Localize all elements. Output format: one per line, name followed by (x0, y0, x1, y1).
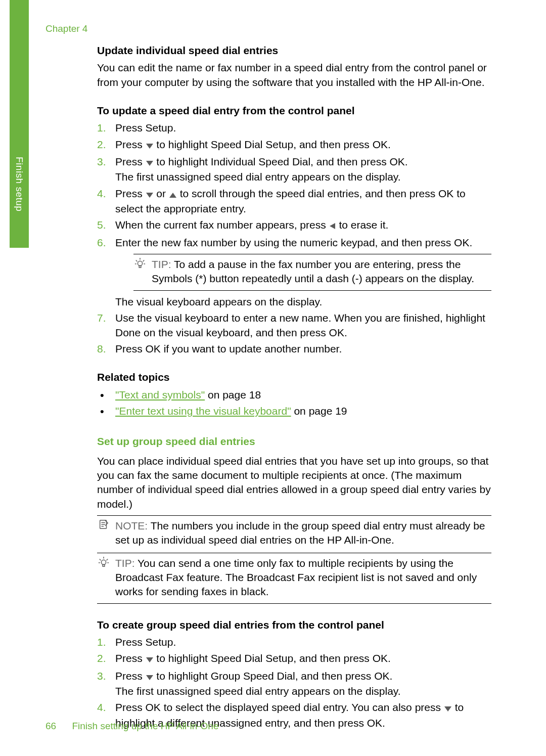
svg-marker-3 (169, 193, 176, 198)
section-heading: Update individual speed dial entries (97, 43, 491, 58)
step-text: Press (115, 652, 146, 664)
step-text: Press OK if you want to update another n… (115, 343, 342, 354)
section-intro: You can edit the name or fax number in a… (97, 61, 491, 90)
svg-point-5 (138, 261, 142, 265)
step-text: to erase it. (336, 219, 389, 231)
down-arrow-icon (146, 156, 154, 170)
step-text: Press (115, 156, 146, 167)
svg-marker-24 (146, 675, 153, 680)
step-text: Press OK to select the displayed speed d… (115, 701, 444, 713)
down-arrow-icon (146, 670, 154, 684)
section-update-entries: Update individual speed dial entries You… (97, 43, 491, 90)
step-5: When the current fax number appears, pre… (97, 218, 491, 233)
tip-body: You can send a one time only fax to mult… (115, 557, 477, 598)
step-2: Press to highlight Speed Dial Setup, and… (97, 651, 491, 666)
down-arrow-icon (444, 701, 452, 716)
note-body: The numbers you include in the group spe… (115, 520, 485, 546)
note-callout: NOTE: The numbers you include in the gro… (97, 515, 491, 549)
section-intro: You can place individual speed dial entr… (97, 454, 491, 511)
related-item: "Text and symbols" on page 18 (97, 388, 491, 402)
chapter-label: Chapter 4 (46, 22, 87, 35)
svg-marker-1 (146, 161, 153, 166)
tip-callout: TIP: You can send a one time only fax to… (97, 553, 491, 604)
related-links: "Text and symbols" on page 18 "Enter tex… (97, 388, 491, 419)
step-text: to highlight Individual Speed Dial, and … (154, 156, 408, 167)
step-text: When the current fax number appears, pre… (115, 219, 329, 231)
procedure-heading: To update a speed dial entry from the co… (97, 104, 491, 118)
tip-body: To add a pause in the fax number you are… (152, 258, 474, 284)
step-text: Press (115, 139, 146, 150)
svg-line-18 (100, 559, 101, 560)
procedure-heading: To create group speed dial entries from … (97, 618, 491, 632)
sidebar-tab-label: Finish setup (13, 157, 26, 211)
note-label: NOTE: (115, 520, 148, 531)
step-text: to highlight Speed Dial Setup, and then … (154, 652, 391, 664)
related-item: "Enter text using the visual keyboard" o… (97, 404, 491, 418)
step-text: Use the visual keyboard to enter a new n… (115, 312, 485, 338)
svg-line-7 (136, 260, 138, 262)
page-footer: 66 Finish setting up the HP All-in-One (46, 720, 219, 733)
tip-icon (98, 556, 110, 568)
page-content: Update individual speed dial entries You… (97, 43, 491, 732)
footer-text: Finish setting up the HP All-in-One (72, 721, 218, 731)
svg-line-19 (107, 559, 108, 560)
step-text: or (154, 188, 169, 199)
svg-marker-4 (330, 223, 335, 229)
tip-callout: TIP: To add a pause in the fax number yo… (133, 254, 491, 291)
step-text: to highlight Speed Dial Setup, and then … (154, 139, 391, 150)
step-6: Enter the new fax number by using the nu… (97, 236, 491, 309)
step-text: to highlight Group Speed Dial, and then … (154, 670, 393, 682)
step-3: Press to highlight Individual Speed Dial… (97, 155, 491, 185)
up-arrow-icon (169, 188, 177, 202)
note-icon (98, 519, 110, 531)
step-2: Press to highlight Speed Dial Setup, and… (97, 138, 491, 153)
step-subtext: The first unassigned speed dial entry ap… (115, 684, 491, 698)
tip-icon (134, 257, 147, 270)
svg-line-8 (143, 260, 145, 262)
section-heading-group: Set up group speed dial entries (97, 434, 491, 449)
step-4: Press or to scroll through the speed dia… (97, 187, 491, 216)
step-7: Use the visual keyboard to enter a new n… (97, 311, 491, 340)
svg-point-16 (101, 560, 106, 564)
procedure-steps: Press Setup. Press to highlight Speed Di… (97, 635, 491, 730)
svg-marker-0 (146, 144, 153, 149)
step-subtext: The first unassigned speed dial entry ap… (115, 170, 491, 184)
down-arrow-icon (146, 188, 154, 202)
svg-rect-11 (139, 266, 141, 268)
page-number: 66 (46, 721, 56, 731)
step-text: Press Setup. (115, 122, 176, 134)
step-1: Press Setup. (97, 121, 491, 135)
sidebar-tab: Finish setup (10, 0, 29, 248)
link-text-symbols[interactable]: "Text and symbols" (115, 389, 205, 401)
down-arrow-icon (146, 652, 154, 666)
svg-rect-22 (103, 564, 105, 566)
step-text: Press (115, 670, 146, 682)
svg-marker-25 (444, 706, 451, 711)
procedure-steps: Press Setup. Press to highlight Speed Di… (97, 121, 491, 356)
step-1: Press Setup. (97, 635, 491, 649)
step-3: Press to highlight Group Speed Dial, and… (97, 669, 491, 699)
step-text: Press (115, 188, 146, 199)
link-visual-keyboard[interactable]: "Enter text using the visual keyboard" (115, 405, 291, 417)
down-arrow-icon (146, 139, 154, 153)
step-subtext: The visual keyboard appears on the displ… (115, 295, 491, 309)
svg-marker-23 (146, 657, 153, 662)
tip-label: TIP: (152, 258, 171, 270)
left-arrow-icon (329, 219, 336, 233)
link-suffix: on page 18 (205, 389, 261, 401)
step-text: Press Setup. (115, 636, 176, 648)
step-text: Enter the new fax number by using the nu… (115, 237, 472, 248)
link-suffix: on page 19 (291, 405, 347, 417)
step-8: Press OK if you want to update another n… (97, 342, 491, 356)
tip-label: TIP: (115, 557, 135, 569)
related-heading: Related topics (97, 370, 491, 384)
svg-marker-2 (146, 193, 153, 198)
